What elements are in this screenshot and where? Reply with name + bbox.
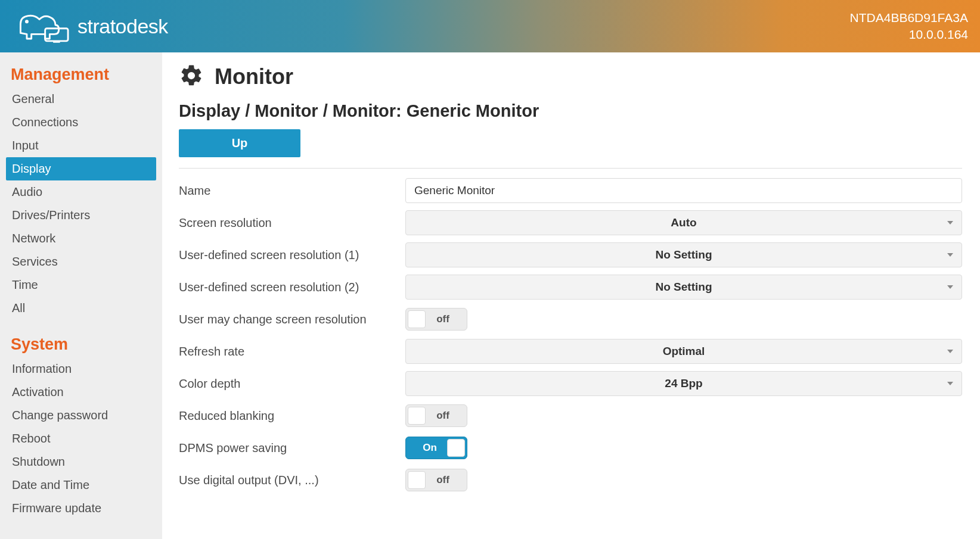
header-info: NTDA4BB6D91FA3A 10.0.0.164 (850, 10, 968, 43)
breadcrumb: Display / Monitor / Monitor: Generic Mon… (179, 101, 962, 121)
form-control: No Setting (405, 242, 962, 267)
nav-item-information[interactable]: Information (6, 357, 156, 381)
main-content: Monitor Display / Monitor / Monitor: Gen… (162, 52, 980, 539)
select-user-defined-screen-resolution-1-[interactable]: No Setting (405, 242, 962, 267)
form-label: User-defined screen resolution (1) (179, 248, 405, 262)
select-value: No Setting (656, 281, 712, 294)
form-row: Name (179, 175, 962, 207)
form-control: No Setting (405, 275, 962, 300)
nav-item-drives-printers[interactable]: Drives/Printers (6, 204, 156, 227)
chevron-down-icon (947, 221, 953, 225)
toggle-knob (447, 439, 465, 457)
nav-item-services[interactable]: Services (6, 250, 156, 273)
select-user-defined-screen-resolution-2-[interactable]: No Setting (405, 275, 962, 300)
brand-text: stratodesk (77, 15, 168, 38)
form-label: Use digital output (DVI, ...) (179, 473, 405, 487)
divider (179, 168, 962, 169)
select-color-depth[interactable]: 24 Bpp (405, 371, 962, 396)
device-ip: 10.0.0.164 (850, 26, 968, 43)
nav-item-all[interactable]: All (6, 297, 156, 320)
form-label: DPMS power saving (179, 441, 405, 455)
toggle-dpms-power-saving[interactable]: On (405, 437, 467, 459)
up-button[interactable]: Up (179, 129, 300, 157)
select-value: Optimal (663, 345, 705, 358)
nav-item-reboot[interactable]: Reboot (6, 427, 156, 450)
form-row: User-defined screen resolution (2)No Set… (179, 271, 962, 303)
nav-item-activation[interactable]: Activation (6, 381, 156, 404)
toggle-knob (408, 310, 426, 328)
chevron-down-icon (947, 350, 953, 353)
nav-item-connections[interactable]: Connections (6, 111, 156, 134)
form-label: Refresh rate (179, 345, 405, 359)
logo-area: stratodesk (12, 7, 168, 45)
form-row: Screen resolutionAuto (179, 207, 962, 239)
nav-item-input[interactable]: Input (6, 134, 156, 157)
form-control: Optimal (405, 339, 962, 364)
form-row: Use digital output (DVI, ...)off (179, 464, 962, 496)
form-row: DPMS power savingOn (179, 432, 962, 464)
device-id: NTDA4BB6D91FA3A (850, 10, 968, 26)
form-control: off (405, 308, 962, 331)
toggle-label: On (423, 442, 437, 454)
toggle-use-digital-output-dvi-[interactable]: off (405, 469, 467, 491)
form-row: User may change screen resolutionoff (179, 303, 962, 335)
page-title-row: Monitor (179, 63, 962, 91)
section-title-system: System (6, 329, 156, 357)
select-screen-resolution[interactable]: Auto (405, 210, 962, 235)
chevron-down-icon (947, 253, 953, 257)
section-title-management: Management (6, 60, 156, 88)
form-control: On (405, 437, 962, 459)
svg-rect-2 (53, 41, 60, 43)
form-label: User-defined screen resolution (2) (179, 281, 405, 294)
form-row: User-defined screen resolution (1)No Set… (179, 239, 962, 271)
form-control: 24 Bpp (405, 371, 962, 396)
form-label: User may change screen resolution (179, 313, 405, 326)
form-label: Reduced blanking (179, 409, 405, 423)
nav-item-time[interactable]: Time (6, 273, 156, 297)
nav-item-shutdown[interactable]: Shutdown (6, 450, 156, 473)
nav-item-firmware-update[interactable]: Firmware update (6, 497, 156, 520)
gear-icon (179, 63, 204, 91)
form-row: Refresh rateOptimal (179, 335, 962, 367)
sidebar: ManagementGeneralConnectionsInputDisplay… (0, 52, 162, 539)
select-value: 24 Bpp (665, 377, 702, 390)
form-control: Auto (405, 210, 962, 235)
page-title: Monitor (215, 64, 293, 89)
toggle-user-may-change-screen-resolution[interactable]: off (405, 308, 467, 331)
chevron-down-icon (947, 285, 953, 289)
form-control: off (405, 469, 962, 491)
form-label: Name (179, 184, 405, 198)
nav-item-audio[interactable]: Audio (6, 180, 156, 204)
toggle-reduced-blanking[interactable]: off (405, 404, 467, 427)
form-area: NameScreen resolutionAutoUser-defined sc… (179, 175, 962, 496)
toggle-label: off (436, 474, 449, 486)
form-label: Screen resolution (179, 216, 405, 230)
svg-point-0 (26, 21, 27, 23)
form-label: Color depth (179, 377, 405, 391)
header: stratodesk NTDA4BB6D91FA3A 10.0.0.164 (0, 0, 980, 52)
nav-item-general[interactable]: General (6, 88, 156, 111)
nav-item-date-and-time[interactable]: Date and Time (6, 473, 156, 497)
toggle-knob (408, 407, 426, 425)
toggle-knob (408, 471, 426, 489)
select-refresh-rate[interactable]: Optimal (405, 339, 962, 364)
toggle-label: off (436, 410, 449, 422)
form-row: Reduced blankingoff (179, 400, 962, 432)
nav-item-network[interactable]: Network (6, 227, 156, 250)
name-input[interactable] (405, 178, 962, 203)
toggle-label: off (436, 313, 449, 325)
form-control (405, 178, 962, 203)
chevron-down-icon (947, 382, 953, 385)
bear-logo-icon (12, 7, 69, 45)
select-value: Auto (671, 216, 696, 229)
nav-item-display[interactable]: Display (6, 157, 156, 180)
select-value: No Setting (656, 248, 712, 261)
nav-item-change-password[interactable]: Change password (6, 404, 156, 427)
form-control: off (405, 404, 962, 427)
form-row: Color depth24 Bpp (179, 367, 962, 400)
